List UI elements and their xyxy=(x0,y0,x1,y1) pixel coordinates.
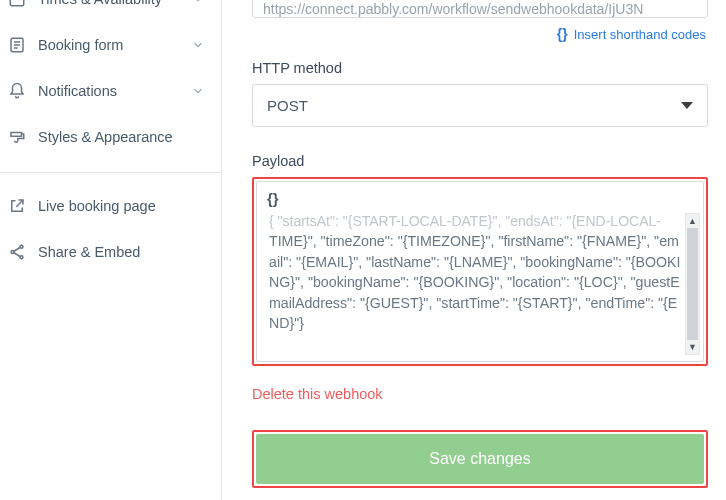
sidebar-item-live-booking[interactable]: Live booking page xyxy=(0,183,221,229)
chevron-down-icon xyxy=(191,84,205,98)
insert-braces-button[interactable]: {} xyxy=(267,190,279,207)
payload-editor[interactable]: {} { "startsAt": "{START-LOCAL-DATE}", "… xyxy=(256,181,704,362)
payload-toolbar: {} xyxy=(257,182,703,211)
sidebar-item-booking-form[interactable]: Booking form xyxy=(0,22,221,68)
sidebar-item-label: Times & Availability xyxy=(38,0,162,7)
http-method-select[interactable]: POST xyxy=(252,84,708,127)
calendar-icon xyxy=(8,0,26,8)
main-content: https://connect.pabbly.com/workflow/send… xyxy=(222,0,726,500)
http-method-label: HTTP method xyxy=(252,60,708,76)
sidebar-item-label: Styles & Appearance xyxy=(38,129,173,145)
sidebar-item-label: Booking form xyxy=(38,37,123,53)
payload-text-overflow: { "startsAt": "{START-LOCAL-DATE}", "end… xyxy=(269,213,681,229)
share-icon xyxy=(8,243,26,261)
sidebar-item-styles-appearance[interactable]: Styles & Appearance xyxy=(0,114,221,160)
scroll-down-icon[interactable]: ▼ xyxy=(686,340,699,354)
webhook-url-input[interactable]: https://connect.pabbly.com/workflow/send… xyxy=(252,0,708,18)
paint-icon xyxy=(8,128,26,146)
external-link-icon xyxy=(8,197,26,215)
sidebar-item-label: Notifications xyxy=(38,83,117,99)
divider xyxy=(0,172,221,173)
save-changes-button[interactable]: Save changes xyxy=(256,434,704,484)
chevron-down-icon xyxy=(191,0,205,6)
scrollbar[interactable]: ▲ ▼ xyxy=(685,213,700,355)
payload-label: Payload xyxy=(252,153,708,169)
sidebar-item-label: Share & Embed xyxy=(38,244,140,260)
chevron-down-icon xyxy=(191,38,205,52)
scroll-thumb[interactable] xyxy=(687,228,698,340)
braces-icon: {} xyxy=(557,26,568,42)
caret-down-icon xyxy=(681,102,693,109)
sidebar-item-notifications[interactable]: Notifications xyxy=(0,68,221,114)
form-icon xyxy=(8,36,26,54)
svg-rect-0 xyxy=(10,0,24,6)
sidebar-item-times-availability[interactable]: Times & Availability xyxy=(0,0,221,22)
sidebar: Times & Availability Booking form xyxy=(0,0,222,500)
payload-highlight: {} { "startsAt": "{START-LOCAL-DATE}", "… xyxy=(252,177,708,366)
payload-textarea[interactable]: { "startsAt": "{START-LOCAL-DATE}", "end… xyxy=(257,211,703,361)
svg-point-4 xyxy=(20,256,23,259)
sidebar-item-share-embed[interactable]: Share & Embed xyxy=(0,229,221,275)
save-highlight: Save changes xyxy=(252,430,708,488)
delete-webhook-link[interactable]: Delete this webhook xyxy=(252,386,383,402)
scroll-up-icon[interactable]: ▲ xyxy=(686,214,699,228)
payload-text-content: TIME}", "timeZone": "{TIMEZONE}", "first… xyxy=(269,231,681,334)
bell-icon xyxy=(8,82,26,100)
svg-point-2 xyxy=(20,245,23,248)
svg-point-3 xyxy=(11,251,14,254)
sidebar-item-label: Live booking page xyxy=(38,198,156,214)
insert-shorthand-link[interactable]: Insert shorthand codes xyxy=(574,27,706,42)
http-method-value: POST xyxy=(267,97,308,114)
